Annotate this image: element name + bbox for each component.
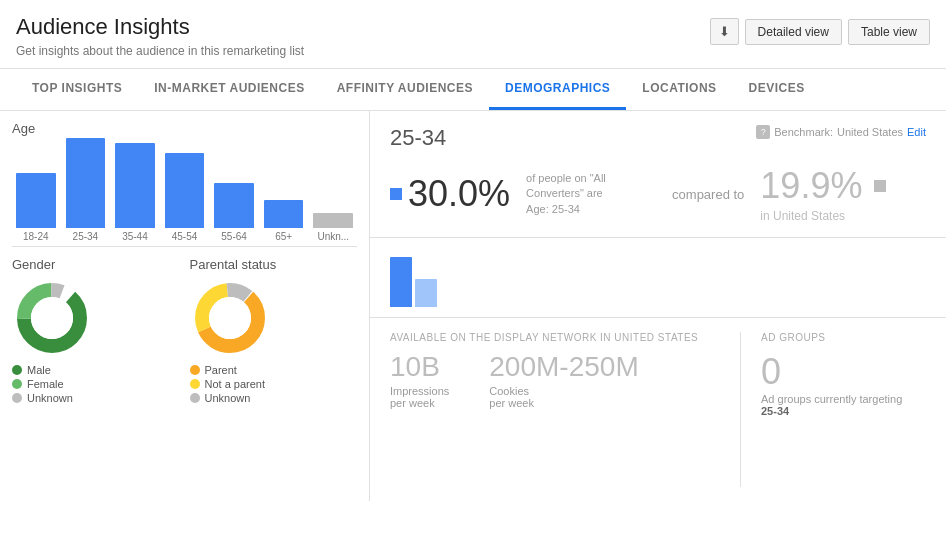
percent-row: 30.0% of people on "All Converters" are …	[390, 165, 926, 223]
bar-label-65plus: 65+	[275, 231, 292, 242]
selected-age-range: 25-34	[390, 125, 446, 151]
parental-section: Parental status Parent	[190, 257, 358, 406]
impressions-block: 10B Impressions per week	[390, 351, 449, 409]
bar-18-24[interactable]: 18-24	[16, 173, 56, 242]
ad-groups-label: AD GROUPS	[761, 332, 926, 343]
male-dot	[12, 365, 22, 375]
stats-top: 25-34 ? Benchmark: United States Edit 30…	[370, 111, 946, 238]
female-dot	[12, 379, 22, 389]
parent-dot	[190, 365, 200, 375]
right-panel: 25-34 ? Benchmark: United States Edit 30…	[370, 111, 946, 501]
table-view-button[interactable]: Table view	[848, 19, 930, 45]
page-subtitle: Get insights about the audience in this …	[16, 44, 304, 58]
bar-label-45-54: 45-54	[172, 231, 198, 242]
gender-legend-female: Female	[12, 378, 180, 390]
benchmark-line: ? Benchmark: United States Edit	[756, 125, 926, 139]
parent-label: Parent	[205, 364, 237, 376]
main-desc-block: of people on "All Converters" are Age: 2…	[526, 171, 656, 217]
ad-groups-num: 0	[761, 351, 926, 393]
bar-label-unknown: Unkn...	[317, 231, 349, 242]
tab-bar: TOP INSIGHTS IN-MARKET AUDIENCES AFFINIT…	[0, 69, 946, 111]
impressions-label: Impressions	[390, 385, 449, 397]
bar-value-45-54	[165, 153, 205, 228]
parental-legend-parent: Parent	[190, 364, 358, 376]
bar-value-unknown	[313, 213, 353, 228]
detailed-view-button[interactable]: Detailed view	[745, 19, 842, 45]
age-chart-wrapper: 18-24 25-34 35-44 45-54 55-64	[12, 142, 357, 247]
network-section-label: AVAILABLE ON THE DISPLAY NETWORK IN UNIT…	[390, 332, 720, 343]
not-parent-label: Not a parent	[205, 378, 266, 390]
network-stats-col: AVAILABLE ON THE DISPLAY NETWORK IN UNIT…	[370, 332, 741, 487]
tab-demographics[interactable]: DEMOGRAPHICS	[489, 69, 626, 110]
comparison-percent-value: 19.9%	[760, 165, 862, 207]
main-percent-value: 30.0%	[408, 173, 510, 215]
impressions-num: 10B	[390, 351, 449, 383]
left-panel: Age 18-24 25-34 35-44 45-54	[0, 111, 370, 501]
mini-bar-blue	[390, 257, 412, 307]
bar-65plus[interactable]: 65+	[264, 200, 304, 242]
cookies-label: Cookies	[489, 385, 638, 397]
download-button[interactable]: ⬇	[710, 18, 739, 45]
in-us-text: in United States	[760, 209, 886, 223]
parental-unknown-dot	[190, 393, 200, 403]
tab-locations[interactable]: LOCATIONS	[626, 69, 732, 110]
bottom-row: Gender Male F	[12, 257, 357, 406]
male-label: Male	[27, 364, 51, 376]
mini-chart	[390, 257, 437, 307]
cookies-block: 200M-250M Cookies per week	[489, 351, 638, 409]
gender-legend-male: Male	[12, 364, 180, 376]
parental-legend-not-parent: Not a parent	[190, 378, 358, 390]
bar-value-55-64	[214, 183, 254, 228]
tab-in-market[interactable]: IN-MARKET AUDIENCES	[138, 69, 320, 110]
compared-text: compared to	[672, 187, 744, 202]
bar-45-54[interactable]: 45-54	[165, 153, 205, 242]
main-desc-line1: of people on "All Converters" are	[526, 171, 656, 202]
parental-unknown-label: Unknown	[205, 392, 251, 404]
female-label: Female	[27, 378, 64, 390]
tab-top-insights[interactable]: TOP INSIGHTS	[16, 69, 138, 110]
age-chart: 18-24 25-34 35-44 45-54 55-64	[12, 142, 357, 242]
parental-legend: Parent Not a parent Unknown	[190, 364, 358, 404]
age-section-title: Age	[12, 121, 357, 136]
bar-55-64[interactable]: 55-64	[214, 183, 254, 242]
bar-value-18-24	[16, 173, 56, 228]
gender-legend-unknown: Unknown	[12, 392, 180, 404]
bar-unknown[interactable]: Unkn...	[313, 213, 353, 242]
bar-label-18-24: 18-24	[23, 231, 49, 242]
bar-value-65plus	[264, 200, 304, 228]
benchmark-label: Benchmark:	[774, 126, 833, 138]
tab-affinity[interactable]: AFFINITY AUDIENCES	[321, 69, 489, 110]
bar-35-44[interactable]: 35-44	[115, 143, 155, 242]
impressions-sub: per week	[390, 397, 449, 409]
bar-label-55-64: 55-64	[221, 231, 247, 242]
page-header: Audience Insights Get insights about the…	[0, 0, 946, 69]
svg-point-7	[209, 297, 251, 339]
bar-25-34[interactable]: 25-34	[66, 138, 106, 242]
gender-section: Gender Male F	[12, 257, 180, 406]
main-desc-line2: Age: 25-34	[526, 202, 656, 217]
cookies-sub: per week	[489, 397, 638, 409]
header-right: ⬇ Detailed view Table view	[710, 18, 930, 45]
edit-link[interactable]: Edit	[907, 126, 926, 138]
parental-title: Parental status	[190, 257, 358, 272]
stats-bottom: AVAILABLE ON THE DISPLAY NETWORK IN UNIT…	[370, 318, 946, 501]
page-title: Audience Insights	[16, 14, 304, 40]
main-percent-block: 30.0%	[390, 173, 510, 215]
cookies-num: 200M-250M	[489, 351, 638, 383]
ad-groups-desc: Ad groups currently targeting 25-34	[761, 393, 926, 417]
benchmark-location: United States	[837, 126, 903, 138]
gender-legend: Male Female Unknown	[12, 364, 180, 404]
comparison-dot	[874, 180, 886, 192]
svg-point-3	[31, 297, 73, 339]
comparison-percent-block: 19.9%	[760, 165, 886, 207]
parental-donut	[190, 278, 270, 358]
network-values-row: 10B Impressions per week 200M-250M Cooki…	[390, 351, 720, 409]
main-percent-dot	[390, 188, 402, 200]
bar-value-35-44	[115, 143, 155, 228]
benchmark-icon: ?	[756, 125, 770, 139]
ad-groups-target: 25-34	[761, 405, 789, 417]
bar-value-25-34	[66, 138, 106, 228]
gender-title: Gender	[12, 257, 180, 272]
bar-label-35-44: 35-44	[122, 231, 148, 242]
tab-devices[interactable]: DEVICES	[733, 69, 821, 110]
